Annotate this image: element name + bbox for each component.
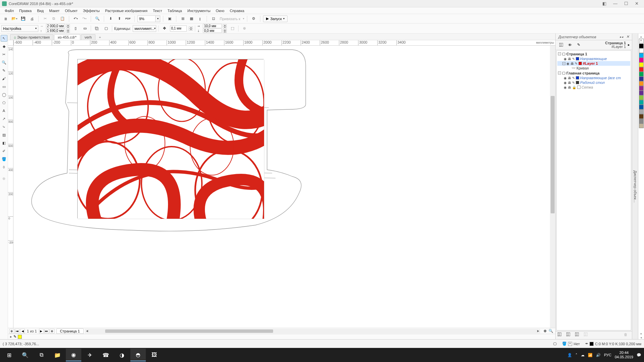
notifications-icon[interactable]: 💬: [637, 353, 641, 357]
menu-table[interactable]: Таблица: [165, 8, 185, 13]
tree-guides-all[interactable]: ◉ 🖶 ✎ Направляющие (все ст: [557, 75, 630, 80]
menu-tools[interactable]: Инструменты: [185, 8, 213, 13]
add-page-button[interactable]: ⊕: [9, 329, 14, 333]
scrollbar-vertical[interactable]: [550, 46, 555, 328]
object-tree[interactable]: − ▢ Страница 1 ◉ 🖶 ✎ Направляющие − ◉ 🖶 …: [556, 50, 631, 330]
fill-tool[interactable]: 🪣: [1, 156, 7, 162]
color-swatch[interactable]: [578, 62, 582, 65]
menu-bitmaps[interactable]: Растровые изображения: [102, 8, 150, 13]
dup-y-input[interactable]: [203, 29, 222, 33]
last-page-button[interactable]: ⏭: [44, 329, 49, 333]
menu-object[interactable]: Объект: [62, 8, 80, 13]
all-pages-button[interactable]: ⿻: [93, 25, 100, 32]
next-page-button[interactable]: ▶: [39, 329, 44, 333]
visibility-icon[interactable]: ◉: [564, 81, 567, 85]
photos-button[interactable]: 🖼: [146, 349, 162, 361]
menu-effects[interactable]: Эффекты: [80, 8, 102, 13]
palette-swatch[interactable]: [639, 72, 644, 76]
page-width-input[interactable]: [46, 24, 65, 28]
tree-master[interactable]: − ▢ Главная страница: [557, 70, 630, 75]
palette-flyout-button[interactable]: ◂: [640, 336, 642, 339]
zoom-dropdown[interactable]: ▾: [156, 15, 160, 22]
tree-layer1[interactable]: − ◉ 🖶 ✎ #Layer 1: [557, 61, 630, 66]
palette-swatch[interactable]: [639, 48, 644, 53]
docker-menu-button[interactable]: ▸: [628, 43, 630, 47]
search-button[interactable]: 🔍: [94, 15, 101, 22]
layer-manager-view-button[interactable]: ⿲: [558, 42, 564, 48]
cut-button[interactable]: ✂: [41, 15, 49, 22]
add-tool[interactable]: ⊕: [1, 175, 7, 182]
outline-tool[interactable]: ◊: [1, 164, 7, 170]
artistic-media-tool[interactable]: 🖌: [1, 75, 7, 82]
edit-icon[interactable]: ✎: [575, 62, 577, 65]
palette-up-button[interactable]: ▴: [640, 35, 642, 38]
portrait-button[interactable]: ▯: [72, 25, 79, 32]
color-swatch[interactable]: [576, 76, 579, 80]
palette-swatch[interactable]: [639, 58, 644, 62]
fill-indicator[interactable]: 🪣 Нет: [562, 342, 580, 346]
palette-swatch[interactable]: [639, 123, 644, 128]
palette-down-button[interactable]: ▾: [640, 332, 642, 335]
wifi-icon[interactable]: 📶: [588, 353, 593, 357]
menu-file[interactable]: Файл: [2, 8, 16, 13]
current-page-button[interactable]: ▢: [102, 25, 110, 32]
corel-menu-icon[interactable]: ◧: [599, 0, 610, 7]
drop-shadow-tool[interactable]: ▨: [1, 132, 7, 138]
edit-icon[interactable]: ✎: [572, 76, 575, 80]
file-explorer-button[interactable]: 📁: [50, 349, 65, 361]
color-swatch[interactable]: [577, 86, 581, 89]
palette-none[interactable]: [639, 39, 644, 43]
start-button[interactable]: ⊞: [1, 349, 17, 361]
discord-button[interactable]: ◑: [114, 349, 130, 361]
polygon-tool[interactable]: ⬠: [1, 99, 7, 106]
edit-icon[interactable]: ✎: [572, 57, 575, 61]
text-tool[interactable]: A: [1, 107, 7, 114]
expand-icon[interactable]: −: [558, 71, 561, 74]
artwork-image[interactable]: [77, 59, 264, 218]
delete-layer-button[interactable]: 🗑: [624, 332, 630, 339]
new-button[interactable]: 🗎: [2, 15, 9, 22]
palette-swatch[interactable]: [639, 81, 644, 86]
palette-swatch[interactable]: [639, 114, 644, 119]
expand-icon[interactable]: −: [558, 52, 561, 55]
menu-view[interactable]: Вид: [34, 8, 46, 13]
palette-swatch[interactable]: [639, 76, 644, 81]
new-master-layer-all-button[interactable]: ⿲: [575, 332, 581, 339]
task-view-button[interactable]: ⧉: [34, 349, 49, 361]
dup-x-input[interactable]: [203, 24, 222, 28]
spinner-down[interactable]: ▾: [66, 31, 70, 33]
scrollbar-h-thumb[interactable]: [105, 329, 273, 333]
prev-page-button[interactable]: ◀: [20, 329, 25, 333]
palette-swatch[interactable]: [639, 91, 644, 95]
nudge-input[interactable]: [170, 25, 187, 32]
export-button[interactable]: ⬆: [116, 15, 123, 22]
docker-arrows-icon[interactable]: ▸◂: [620, 35, 623, 39]
clock[interactable]: 20:44 04.05.2019: [615, 351, 633, 359]
pick-tool[interactable]: ↖: [1, 35, 7, 42]
tab-welcome[interactable]: ⌂ Экран приветствия: [10, 34, 53, 40]
people-icon[interactable]: 👤: [567, 353, 572, 357]
connector-tool[interactable]: ⤷: [1, 123, 7, 130]
tab-doc2[interactable]: verh: [81, 34, 95, 40]
current-color-swatch[interactable]: [18, 335, 22, 339]
pdf-button[interactable]: PDF: [124, 15, 132, 22]
spinner-down[interactable]: ▾: [66, 26, 70, 28]
show-props-button[interactable]: 👁: [566, 42, 573, 48]
edit-icon[interactable]: ✎: [572, 81, 575, 85]
palette-swatch[interactable]: [639, 95, 644, 100]
shape-tool[interactable]: ◆: [1, 43, 7, 50]
palette-swatch[interactable]: [639, 105, 644, 109]
grid-button[interactable]: ▦: [188, 15, 195, 22]
whatsapp-button[interactable]: ☎: [98, 349, 114, 361]
tree-guides[interactable]: ◉ 🖶 ✎ Направляющие: [557, 56, 630, 61]
move-layer-button[interactable]: ⿲: [584, 332, 590, 339]
print-icon[interactable]: 🖶: [570, 62, 574, 65]
guides-button[interactable]: ⫿: [197, 15, 204, 22]
canvas[interactable]: [13, 46, 550, 328]
edit-across-layers-button[interactable]: ✎: [575, 42, 582, 48]
chrome-button[interactable]: ◉: [66, 349, 81, 361]
telegram-button[interactable]: ✈: [82, 349, 97, 361]
expand-icon[interactable]: −: [562, 62, 565, 65]
paste-button[interactable]: 📋: [59, 15, 66, 22]
volume-icon[interactable]: 🔊: [596, 353, 601, 357]
